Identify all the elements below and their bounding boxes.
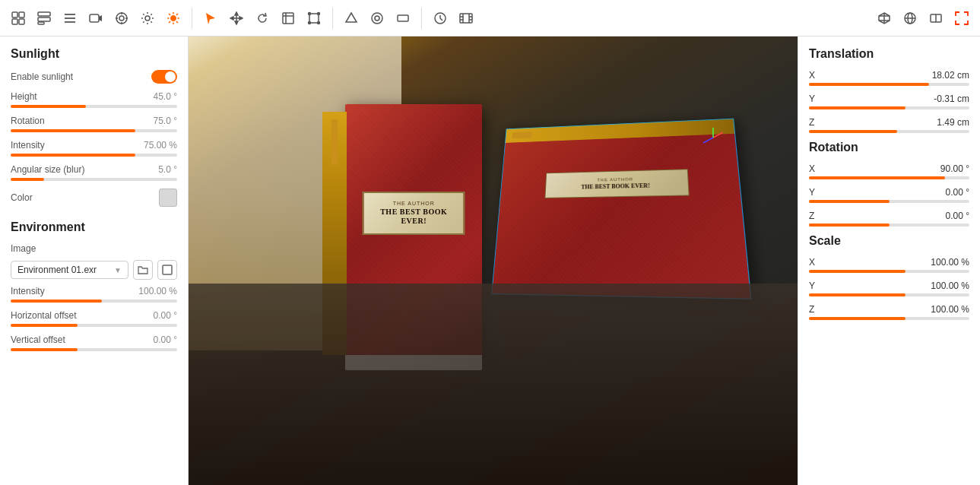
h-offset-slider[interactable] — [11, 324, 177, 327]
image-dropdown[interactable]: Environment 01.exr ▼ — [11, 261, 128, 279]
enable-sunlight-row: Enable sunlight — [11, 70, 177, 84]
rot-x-label: X — [809, 163, 815, 174]
toolbar-divider-3 — [421, 8, 422, 29]
svg-rect-10 — [90, 14, 99, 22]
scale-y-label: Y — [809, 281, 815, 291]
h-offset-value: 0.00 ° — [154, 310, 178, 321]
rot-z-slider[interactable] — [809, 223, 969, 227]
book-2-label: THE AUTHOR THE BEST BOOK EVER! — [544, 169, 689, 198]
trans-y-slider[interactable] — [809, 106, 969, 109]
svg-line-66 — [703, 138, 713, 143]
svg-point-44 — [375, 16, 379, 21]
sun-icon[interactable] — [163, 8, 184, 29]
v-offset-slider[interactable] — [11, 348, 177, 351]
scale-x-slider[interactable] — [809, 270, 969, 273]
rot-x-slider[interactable] — [809, 176, 969, 179]
svg-rect-5 — [38, 17, 50, 21]
svg-rect-34 — [283, 13, 293, 24]
sunlight-section: Sunlight Enable sunlight Height 45.0 ° R… — [11, 47, 177, 207]
svg-point-13 — [119, 16, 124, 21]
clear-icon[interactable] — [157, 260, 177, 280]
panel-view-icon[interactable] — [925, 8, 947, 29]
color-row: Color — [11, 189, 177, 207]
trans-z-value: 1.49 cm — [937, 117, 969, 128]
svg-rect-1 — [19, 12, 24, 17]
film-icon[interactable] — [455, 8, 477, 29]
plane-icon[interactable] — [392, 8, 414, 29]
scale-icon[interactable] — [278, 8, 299, 29]
scale-z-slider[interactable] — [809, 317, 969, 320]
scale-x-value: 100.00 % — [931, 257, 969, 268]
v-offset-value: 0.00 ° — [154, 334, 178, 345]
rot-y-value: 0.00 ° — [946, 187, 970, 198]
enable-sunlight-toggle[interactable] — [151, 70, 177, 84]
scale-y-slider[interactable] — [809, 293, 969, 296]
folder-icon[interactable] — [133, 260, 153, 280]
height-label: Height — [11, 91, 37, 102]
scale-y-value: 100.00 % — [931, 281, 969, 291]
transform-icon[interactable] — [303, 8, 325, 29]
trans-x-label: X — [809, 70, 815, 81]
angular-value: 5.0 ° — [158, 164, 177, 175]
env-intensity-slider[interactable] — [11, 300, 177, 303]
rotation-value: 75.0 ° — [154, 116, 178, 126]
target-icon[interactable] — [111, 8, 132, 29]
trans-y-label: Y — [809, 94, 815, 104]
svg-rect-45 — [398, 15, 408, 21]
sphere-view-icon[interactable] — [899, 8, 921, 29]
menu-icon[interactable] — [59, 8, 81, 29]
height-slider[interactable] — [11, 105, 177, 108]
v-offset-label: Vertical offset — [11, 334, 65, 345]
clock-icon[interactable] — [430, 8, 451, 29]
trans-y-value: -0.31 cm — [934, 94, 969, 104]
target2-icon[interactable] — [366, 8, 388, 29]
move-icon[interactable] — [226, 8, 247, 29]
rot-x-value: 90.00 ° — [940, 163, 969, 174]
intensity-row: Intensity 75.00 % — [11, 140, 177, 151]
image-label: Image — [11, 243, 177, 254]
main-area: Sunlight Enable sunlight Height 45.0 ° R… — [0, 36, 980, 485]
fullscreen-icon[interactable] — [951, 8, 972, 29]
axes-indicator — [702, 126, 725, 149]
viewport[interactable]: THE AUTHOR THE BEST BOOK EVER! — [189, 36, 798, 485]
settings-icon[interactable] — [137, 8, 158, 29]
grid-icon[interactable] — [33, 8, 55, 29]
scale-z-row: Z 100.00 % — [809, 304, 969, 315]
svg-marker-33 — [239, 17, 243, 20]
trans-x-slider[interactable] — [809, 83, 969, 86]
h-offset-label: Horizontal offset — [11, 310, 77, 321]
height-row: Height 45.0 ° — [11, 91, 177, 102]
select-icon[interactable] — [200, 8, 221, 29]
svg-point-12 — [116, 13, 127, 24]
svg-point-18 — [145, 16, 150, 21]
svg-marker-31 — [235, 21, 238, 24]
add-panel-icon[interactable] — [8, 8, 29, 29]
rotation-slider[interactable] — [11, 129, 177, 132]
env-intensity-row: Intensity 100.00 % — [11, 286, 177, 296]
angular-slider[interactable] — [11, 178, 177, 181]
scale-z-value: 100.00 % — [931, 304, 969, 315]
book-1-label: THE AUTHOR THE BEST BOOK EVER! — [363, 192, 465, 235]
cube-view-icon[interactable] — [874, 8, 895, 29]
svg-marker-32 — [230, 17, 233, 20]
svg-rect-4 — [38, 12, 50, 16]
scale-section: Scale X 100.00 % Y 100.00 % Z 100.00 % — [809, 234, 969, 320]
rot-y-slider[interactable] — [809, 200, 969, 203]
rot-x-row: X 90.00 ° — [809, 163, 969, 174]
rot-z-value: 0.00 ° — [946, 211, 970, 221]
intensity-slider[interactable] — [11, 154, 177, 157]
svg-rect-63 — [163, 265, 172, 274]
h-offset-row: Horizontal offset 0.00 ° — [11, 310, 177, 321]
svg-line-27 — [169, 21, 170, 23]
camera-icon[interactable] — [85, 8, 106, 29]
rotate-icon[interactable] — [252, 8, 273, 29]
pivot-icon[interactable] — [341, 8, 362, 29]
rot-y-row: Y 0.00 ° — [809, 187, 969, 198]
trans-z-slider[interactable] — [809, 130, 969, 133]
color-swatch[interactable] — [159, 189, 177, 207]
svg-rect-3 — [19, 19, 24, 24]
color-label: Color — [11, 192, 33, 203]
env-intensity-label: Intensity — [11, 286, 45, 296]
rot-y-label: Y — [809, 187, 815, 198]
scale-y-row: Y 100.00 % — [809, 281, 969, 291]
